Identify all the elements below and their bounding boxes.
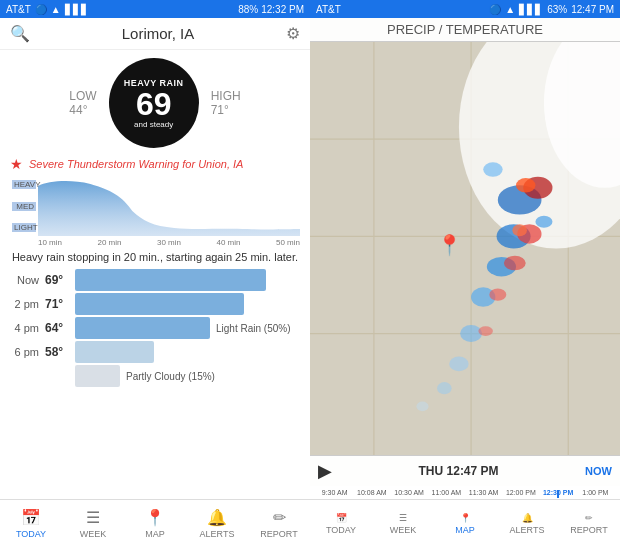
right-panel: AT&T 🔵 ▲ ▋▋▋ 63% 12:47 PM PRECIP / TEMPE…: [310, 0, 620, 547]
hourly-row-2pm: 2 pm 71°: [10, 293, 300, 315]
temp-low-label: LOW: [69, 89, 96, 103]
map-time-label: THU 12:47 PM: [338, 464, 579, 478]
nav-item-today[interactable]: 📅 TODAY: [0, 500, 62, 547]
location-title: Lorimor, IA: [122, 25, 195, 42]
svg-point-25: [416, 402, 428, 412]
bar-now: [75, 269, 266, 291]
svg-point-16: [504, 256, 526, 271]
hourly-row-6pm: 6 pm 58°: [10, 341, 300, 363]
settings-icon[interactable]: ⚙: [286, 24, 300, 43]
right-status-bar: AT&T 🔵 ▲ ▋▋▋ 63% 12:47 PM: [310, 0, 620, 18]
week-icon: ☰: [86, 508, 100, 527]
chart-x-labels: 10 min 20 min 30 min 40 min 50 min: [10, 236, 300, 247]
svg-point-19: [460, 325, 482, 342]
timeline-tick-4: 11:30 AM: [465, 489, 502, 496]
nav-item-report[interactable]: ✏ REPORT: [248, 500, 310, 547]
right-today-label: TODAY: [326, 525, 356, 535]
left-panel: AT&T 🔵 ▲ ▋▋▋ 88% 12:32 PM 🔍 Lorimor, IA …: [0, 0, 310, 547]
right-today-icon: 📅: [336, 513, 347, 523]
right-status-icons: 🔵 ▲ ▋▋▋ 63% 12:47 PM: [489, 4, 614, 15]
bar-2pm: [75, 293, 244, 315]
left-bottom-nav: 📅 TODAY ☰ WEEK 📍 MAP 🔔 ALERTS ✏ REPORT: [0, 499, 310, 547]
today-icon: 📅: [21, 508, 41, 527]
map-icon: 📍: [145, 508, 165, 527]
timeline[interactable]: 9:30 AM 10:08 AM 10:30 AM 11:00 AM 11:30…: [310, 486, 620, 499]
report-label: REPORT: [260, 529, 297, 539]
bar-area-now: [75, 269, 300, 291]
timeline-tick-2: 10:30 AM: [391, 489, 428, 496]
hour-desc-extra: Partly Cloudy (15%): [126, 371, 215, 382]
hour-label-4pm: 4 pm: [10, 322, 45, 334]
right-signal-icon: ▋▋▋: [519, 4, 543, 15]
right-week-icon: ☰: [399, 513, 407, 523]
carrier-label: AT&T: [6, 4, 31, 15]
current-temp: 69: [136, 88, 172, 120]
y-label-heavy: HEAVY: [12, 180, 36, 189]
alert-text: Severe Thunderstorm Warning for Union, I…: [29, 158, 243, 170]
time-label: 12:32 PM: [261, 4, 304, 15]
hour-temp-2pm: 71°: [45, 297, 75, 311]
timeline-tick-7: 1:00 PM: [577, 489, 614, 496]
y-label-med: MED: [12, 202, 36, 211]
temp-high-label: HIGH: [211, 89, 241, 103]
map-pin: 📍: [437, 233, 462, 257]
svg-point-22: [483, 162, 502, 177]
x-label-50: 50 min: [276, 238, 300, 247]
hour-temp-6pm: 58°: [45, 345, 75, 359]
timeline-tick-6: 12:30 PM: [540, 489, 577, 496]
bar-extra: [75, 365, 120, 387]
right-nav-map[interactable]: 📍 MAP: [434, 500, 496, 547]
bar-4pm: [75, 317, 210, 339]
bar-area-2pm: [75, 293, 300, 315]
nav-item-map[interactable]: 📍 MAP: [124, 500, 186, 547]
timeline-tick-0: 9:30 AM: [316, 489, 353, 496]
right-nav-report[interactable]: ✏ REPORT: [558, 500, 620, 547]
now-button[interactable]: NOW: [585, 465, 612, 477]
hourly-forecast: Now 69° 2 pm 71° 4 pm 64° Light Rain (50…: [0, 265, 310, 499]
temp-high-value: 71°: [211, 103, 241, 117]
map-svg: [310, 42, 620, 455]
alert-star-icon: ★: [10, 156, 23, 172]
hourly-row-extra: Partly Cloudy (15%): [10, 365, 300, 387]
timeline-tick-5: 12:00 PM: [502, 489, 539, 496]
right-time: 12:47 PM: [571, 4, 614, 15]
x-label-20: 20 min: [97, 238, 121, 247]
x-label-40: 40 min: [216, 238, 240, 247]
left-status-bar: AT&T 🔵 ▲ ▋▋▋ 88% 12:32 PM: [0, 0, 310, 18]
timeline-tick-1: 10:08 AM: [353, 489, 390, 496]
hour-label-now: Now: [10, 274, 45, 286]
bar-area-extra: Partly Cloudy (15%): [75, 365, 300, 387]
right-bottom-nav: 📅 TODAY ☰ WEEK 📍 MAP 🔔 ALERTS ✏ REPORT: [310, 499, 620, 547]
svg-point-11: [516, 178, 535, 193]
map-area[interactable]: 📍: [310, 42, 620, 455]
precip-chart: HEAVY MED LIGHT 10 min: [10, 176, 300, 247]
right-map-icon: 📍: [460, 513, 471, 523]
report-icon: ✏: [273, 508, 286, 527]
nav-item-week[interactable]: ☰ WEEK: [62, 500, 124, 547]
svg-point-24: [437, 382, 452, 394]
right-carrier: AT&T: [316, 4, 341, 15]
signal-icon: ▋▋▋: [65, 4, 89, 15]
temp-high: HIGH 71°: [211, 89, 241, 117]
nav-item-alerts[interactable]: 🔔 ALERTS: [186, 500, 248, 547]
svg-point-20: [478, 326, 493, 336]
svg-point-21: [449, 357, 468, 372]
map-title-precip: PRECIP: [387, 22, 435, 37]
battery-label: 88%: [238, 4, 258, 15]
bar-6pm: [75, 341, 154, 363]
search-icon[interactable]: 🔍: [10, 24, 30, 43]
right-map-label: MAP: [455, 525, 475, 535]
weather-main: LOW 44° HEAVY RAIN 69 and steady HIGH 71…: [0, 50, 310, 152]
x-label-10: 10 min: [38, 238, 62, 247]
week-label: WEEK: [80, 529, 107, 539]
right-nav-alerts[interactable]: 🔔 ALERTS: [496, 500, 558, 547]
right-nav-week[interactable]: ☰ WEEK: [372, 500, 434, 547]
wifi-icon: ▲: [51, 4, 61, 15]
play-button[interactable]: ▶: [318, 460, 332, 482]
right-report-label: REPORT: [570, 525, 607, 535]
alert-bar[interactable]: ★ Severe Thunderstorm Warning for Union,…: [0, 152, 310, 176]
right-nav-today[interactable]: 📅 TODAY: [310, 500, 372, 547]
today-label: TODAY: [16, 529, 46, 539]
hour-label-6pm: 6 pm: [10, 346, 45, 358]
bar-area-6pm: [75, 341, 300, 363]
